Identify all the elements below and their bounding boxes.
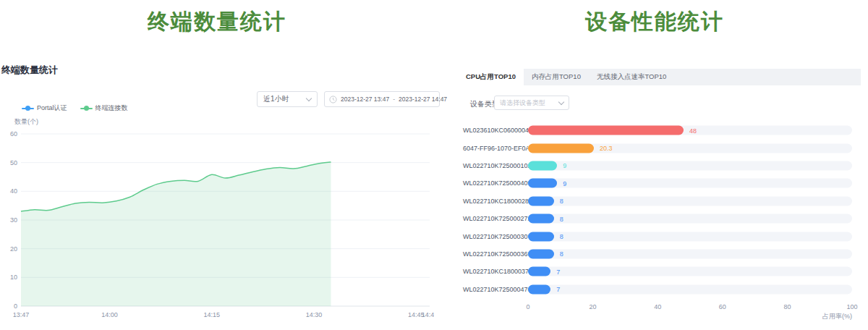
bar-track: 7	[528, 267, 852, 276]
svg-text:50: 50	[10, 159, 17, 166]
bar-row: WL022710KC180002808	[463, 192, 852, 210]
bar-value: 8	[560, 233, 563, 240]
bar-fill	[528, 196, 554, 206]
legend-marker-icon	[80, 106, 93, 111]
chevron-down-icon	[558, 98, 564, 104]
x-axis-tick: 40	[654, 303, 661, 310]
bar-track: 8	[528, 214, 852, 224]
svg-text:0: 0	[14, 302, 17, 310]
bar-track: 7	[528, 284, 852, 294]
bar-track: 48	[528, 126, 852, 135]
device-name: WL022710KC18000280	[463, 198, 525, 205]
time-range-select[interactable]: 近1小时	[257, 91, 318, 107]
device-name: WL022710K725000470	[463, 286, 525, 293]
bar-chart-x-axis-title: 占用率(%)	[523, 312, 852, 321]
bar-chart-x-axis: 020406080100	[528, 303, 852, 312]
bar-row: WL023610KC0600004348	[463, 122, 852, 139]
x-axis-tick: 80	[783, 303, 791, 310]
left-panel-heading: 终端数量统计	[0, 7, 434, 37]
bar-row: WL022710KC180003727	[463, 263, 852, 280]
dashboard: 终端数量统计 设备性能统计 终端数量统计 近1小时 2023-12-27 13:…	[0, 0, 868, 330]
svg-text:13:47: 13:47	[13, 311, 30, 318]
bar-value: 7	[556, 268, 560, 275]
device-type-select[interactable]: 请选择设备类型	[494, 96, 569, 110]
legend-item-0[interactable]: Portal认证	[22, 103, 67, 113]
device-name: WL022710K725000369	[463, 250, 525, 258]
legend-marker-icon	[22, 106, 34, 111]
bar-value: 48	[689, 127, 697, 134]
cpu-top10-bar-chart: WL023610KC06000043486047-FF96-1070-EF0A2…	[463, 122, 852, 298]
legend-label: Portal认证	[37, 103, 67, 113]
bar-row: WL022710K7250004099	[463, 174, 852, 192]
clock-icon	[329, 96, 337, 103]
tab-2[interactable]: 无线接入点速率TOP10	[589, 69, 674, 85]
right-panel-heading: 设备性能统计	[448, 7, 861, 37]
svg-text:30: 30	[10, 216, 17, 224]
bar-track: 9	[528, 161, 852, 170]
date-range-start: 2023-12-27 13:47	[341, 96, 389, 103]
device-name: WL022710K725000102	[463, 162, 525, 169]
bar-fill	[528, 179, 557, 188]
legend-item-1[interactable]: 终端连接数	[80, 103, 128, 113]
terminal-card-title: 终端数量统计	[1, 64, 58, 77]
bar-value: 9	[563, 162, 566, 169]
bar-fill	[528, 249, 554, 258]
bar-value: 8	[560, 198, 563, 205]
svg-text:14:15: 14:15	[203, 311, 220, 318]
bar-fill	[528, 267, 550, 276]
bar-track: 8	[528, 196, 852, 206]
device-name: WL023610KC06000043	[463, 127, 525, 134]
time-range-value: 近1小时	[263, 94, 289, 104]
bar-value: 8	[560, 215, 563, 222]
x-axis-tick: 100	[846, 303, 857, 310]
bar-fill	[528, 284, 550, 294]
bar-track: 8	[528, 232, 852, 241]
bar-row: 6047-FF96-1070-EF0A20.3	[463, 139, 852, 156]
tab-0[interactable]: CPU占用TOP10	[458, 69, 524, 85]
bar-row: WL022710K7250002728	[463, 210, 852, 227]
x-axis-tick: 0	[526, 303, 529, 310]
svg-text:14:47: 14:47	[422, 311, 434, 318]
bar-track: 9	[528, 179, 852, 188]
device-name: WL022710KC18000372	[463, 268, 525, 275]
x-axis-tick: 20	[590, 303, 597, 310]
bar-row: WL022710K7250003698	[463, 245, 852, 263]
performance-tabs: CPU占用TOP10内存占用TOP10无线接入点速率TOP10	[458, 69, 861, 85]
device-name: 6047-FF96-1070-EF0A	[463, 145, 525, 152]
svg-text:20: 20	[10, 245, 17, 253]
bar-track: 8	[528, 249, 852, 258]
terminal-count-chart: 010203040506013:4714:0014:1514:3014:4514…	[0, 114, 434, 328]
bar-row: WL022710K7250004707	[463, 281, 852, 298]
bar-fill	[528, 232, 554, 241]
bar-fill	[528, 143, 594, 153]
bar-row: WL022710K7250001029	[463, 157, 852, 174]
bar-track: 20.3	[528, 143, 852, 153]
x-axis-tick: 60	[719, 303, 726, 310]
device-name: WL022710K725000409	[463, 179, 525, 187]
bar-value: 20.3	[600, 145, 613, 152]
bar-fill	[528, 214, 554, 224]
bar-value: 8	[560, 250, 563, 258]
chart-legend: Portal认证终端连接数	[22, 103, 128, 113]
legend-label: 终端连接数	[95, 103, 128, 113]
bar-fill	[528, 126, 684, 135]
bar-value: 9	[563, 179, 566, 187]
device-type-placeholder: 请选择设备类型	[500, 98, 545, 108]
chevron-down-icon	[306, 95, 312, 101]
date-range-picker[interactable]: 2023-12-27 13:47 - 2023-12-27 14:47	[324, 91, 440, 107]
svg-text:14:30: 14:30	[306, 311, 323, 318]
date-range-end: 2023-12-27 14:47	[399, 96, 447, 103]
tab-1[interactable]: 内存占用TOP10	[524, 69, 589, 85]
bar-value: 7	[556, 286, 560, 293]
svg-text:14:00: 14:00	[101, 311, 118, 318]
device-name: WL022710K725000307	[463, 233, 525, 240]
device-name: WL022710K725000272	[463, 215, 525, 222]
svg-text:40: 40	[10, 187, 17, 195]
bar-row: WL022710K7250003078	[463, 227, 852, 245]
date-range-separator: -	[393, 96, 395, 103]
svg-text:10: 10	[10, 274, 17, 281]
bar-fill	[528, 161, 557, 170]
svg-text:60: 60	[10, 130, 17, 138]
